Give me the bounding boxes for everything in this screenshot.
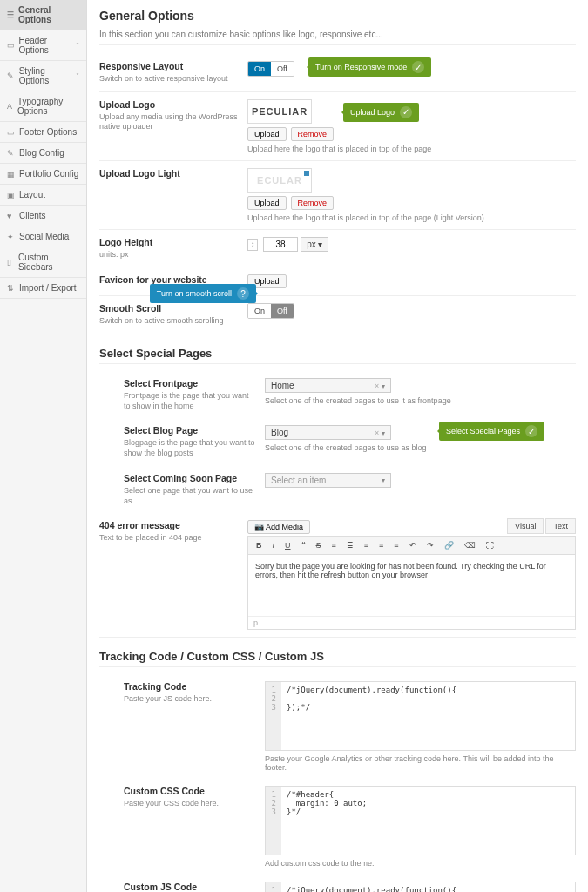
- font-icon: A: [7, 102, 14, 111]
- coming-desc: Select one page that you want to use as: [124, 486, 256, 506]
- coming-label: Select Coming Soon Page: [124, 473, 256, 483]
- align-center-icon[interactable]: ≡: [375, 539, 387, 551]
- frontpage-desc: Frontpage is the page that you want to s…: [124, 391, 256, 411]
- chevron-down-icon: ˅: [76, 42, 79, 50]
- smooth-tooltip: Turn on smooth scroll?: [150, 284, 256, 303]
- italic-icon[interactable]: I: [269, 539, 279, 551]
- clear-icon[interactable]: ×: [375, 382, 379, 390]
- strike-icon[interactable]: S: [313, 539, 325, 551]
- quote-icon[interactable]: ❝: [298, 539, 309, 551]
- chevron-down-icon: ˅: [76, 72, 79, 80]
- tracking-editor[interactable]: 123 /*jQuery(document).ready(function(){…: [265, 681, 576, 751]
- unlink-icon[interactable]: ⌫: [461, 539, 479, 551]
- undo-icon[interactable]: ↶: [406, 539, 420, 551]
- underline-icon[interactable]: U: [281, 539, 294, 551]
- logo-height-desc: units: px: [99, 250, 239, 260]
- logo-height-unit[interactable]: px ▾: [301, 237, 328, 252]
- tracking-hint: Paste your Google Analytics or other tra…: [265, 754, 576, 772]
- special-heading: Select Special Pages: [99, 347, 576, 364]
- css-desc: Paste your CSS code here.: [124, 799, 256, 809]
- blogpage-select[interactable]: Blog× ▾: [265, 425, 391, 440]
- editor-tab-text[interactable]: Text: [545, 518, 576, 534]
- logo-light-upload-button[interactable]: Upload: [247, 196, 287, 210]
- exchange-icon: ⇅: [7, 284, 16, 293]
- responsive-label: Responsive Layout: [99, 61, 239, 71]
- fullscreen-icon[interactable]: ⛶: [483, 539, 497, 551]
- blogpage-desc: Blogpage is the page that you want to sh…: [124, 438, 256, 458]
- sliders-icon: ☰: [7, 10, 15, 19]
- ul-icon[interactable]: ≡: [328, 539, 340, 551]
- blogpage-label: Select Blog Page: [124, 425, 256, 436]
- responsive-tooltip: Turn on Responsive mode✓: [308, 57, 431, 77]
- tracking-label: Tracking Code: [124, 681, 256, 692]
- add-media-button[interactable]: 📷 Add Media: [247, 520, 310, 534]
- grid-icon: ▦: [7, 170, 16, 179]
- sidebar-item-header[interactable]: ▭Header Options˅: [0, 30, 86, 61]
- sidebar-item-clients[interactable]: ♥Clients: [0, 206, 86, 226]
- sidebar-item-general[interactable]: ☰General Options: [0, 0, 86, 30]
- css-label: Custom CSS Code: [124, 786, 256, 796]
- err404-content[interactable]: Sorry but the page you are looking for h…: [248, 555, 575, 616]
- ol-icon[interactable]: ≣: [343, 539, 357, 551]
- question-icon: ?: [237, 287, 249, 300]
- frontpage-select[interactable]: Home× ▾: [265, 378, 391, 393]
- columns-icon: ▯: [7, 258, 15, 267]
- heart-icon: ♥: [7, 212, 16, 220]
- check-icon: ✓: [525, 425, 537, 437]
- err404-label: 404 error message: [99, 520, 239, 530]
- align-left-icon[interactable]: ≡: [361, 539, 372, 551]
- logo-height-input[interactable]: [263, 237, 298, 252]
- frontpage-hint: Select one of the created pages to use i…: [265, 396, 576, 405]
- pin-icon: ✎: [7, 149, 16, 158]
- code-heading: Tracking Code / Custom CSS / Custom JS: [99, 650, 576, 667]
- chevron-down-icon: ▾: [382, 429, 385, 437]
- smooth-label: Smooth Scroll: [99, 303, 239, 314]
- err404-desc: Text to be placed in 404 page: [99, 533, 239, 544]
- responsive-desc: Switch on to active responsive layout: [99, 74, 239, 84]
- css-editor[interactable]: 123 /*#header{ margin: 0 auto; }*/: [265, 786, 576, 855]
- twitter-icon: ✦: [7, 233, 16, 241]
- sidebar-item-sidebars[interactable]: ▯Custom Sidebars: [0, 247, 86, 278]
- brush-icon: ✎: [7, 71, 16, 80]
- smooth-toggle[interactable]: OnOff: [247, 303, 294, 319]
- blogpage-hint: Select one of the created pages to use a…: [265, 443, 576, 452]
- sidebar-item-layout[interactable]: ▣Layout: [0, 185, 86, 206]
- special-tooltip: Select Special Pages✓: [439, 422, 544, 441]
- js-editor[interactable]: 123 /*jQuery(document).ready(function(){…: [265, 882, 576, 892]
- sidebar-item-social[interactable]: ✦Social Media: [0, 226, 86, 247]
- chevron-down-icon: ▾: [318, 240, 322, 249]
- align-right-icon[interactable]: ≡: [390, 539, 402, 551]
- coming-select[interactable]: Select an item▾: [265, 473, 391, 488]
- logo-height-label: Logo Height: [99, 237, 239, 247]
- sidebar-item-typography[interactable]: ATypography Options: [0, 91, 86, 122]
- logo-upload-button[interactable]: Upload: [247, 127, 287, 141]
- logo-light-label: Upload Logo Light: [99, 168, 239, 179]
- check-icon: ✓: [400, 106, 412, 118]
- sidebar-item-blog[interactable]: ✎Blog Config: [0, 143, 86, 164]
- chevron-down-icon: ▾: [382, 476, 385, 484]
- sidebar-item-portfolio[interactable]: ▦Portfolio Config: [0, 164, 86, 185]
- err404-path: p: [248, 616, 575, 629]
- clear-icon[interactable]: ×: [375, 429, 379, 437]
- tracking-desc: Paste your JS code here.: [124, 694, 256, 705]
- height-icon: ↕: [247, 239, 258, 251]
- css-hint: Add custom css code to theme.: [265, 859, 576, 868]
- logo-light-remove-button[interactable]: Remove: [291, 196, 335, 210]
- sidebar-item-styling[interactable]: ✎Styling Options˅: [0, 61, 86, 91]
- page-intro: In this section you can customize basic …: [99, 30, 576, 45]
- frontpage-label: Select Frontpage: [124, 378, 256, 389]
- footer-icon: ▭: [7, 128, 16, 137]
- js-label: Custom JS Code: [124, 882, 256, 892]
- bold-icon[interactable]: B: [253, 539, 266, 551]
- editor-tab-visual[interactable]: Visual: [507, 518, 544, 534]
- main-panel: General Options In this section you can …: [87, 0, 588, 892]
- logo-remove-button[interactable]: Remove: [291, 127, 335, 141]
- logo-light-preview: ECULAR: [247, 168, 312, 193]
- responsive-toggle[interactable]: OnOff: [247, 61, 294, 77]
- sidebar-item-import[interactable]: ⇅Import / Export: [0, 278, 86, 299]
- layout-icon: ▣: [7, 191, 16, 199]
- link-icon[interactable]: 🔗: [441, 539, 457, 551]
- redo-icon[interactable]: ↷: [423, 539, 437, 551]
- sidebar-item-footer[interactable]: ▭Footer Options: [0, 122, 86, 143]
- logo-label: Upload Logo: [99, 99, 239, 110]
